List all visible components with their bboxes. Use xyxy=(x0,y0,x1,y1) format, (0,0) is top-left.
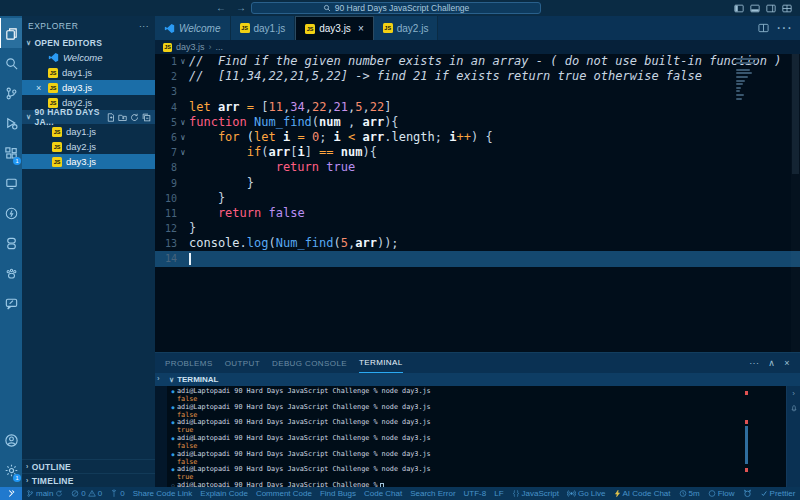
go-live[interactable]: Go Live xyxy=(563,487,610,500)
tab-welcome[interactable]: Welcome xyxy=(155,16,231,40)
explain-code[interactable]: Explain Code xyxy=(196,487,252,500)
chevron-right-icon[interactable]: › xyxy=(792,389,795,398)
ai-code-chat[interactable]: AI Code Chat xyxy=(610,487,675,500)
sidebar-more-icon[interactable]: ··· xyxy=(139,21,149,31)
search-sidebar-icon[interactable] xyxy=(0,48,22,78)
minimap[interactable] xyxy=(736,58,762,128)
code-line: 14 xyxy=(155,251,800,266)
line-number: 6 xyxy=(155,130,177,145)
open-editor-item[interactable]: Welcome xyxy=(22,50,155,65)
split-editor-icon[interactable] xyxy=(758,23,769,33)
thunder-client-icon[interactable] xyxy=(0,198,22,228)
pet[interactable] xyxy=(739,487,756,500)
flow[interactable]: Flow xyxy=(704,487,739,500)
panel-tab-terminal[interactable]: TERMINAL xyxy=(359,353,403,373)
panel-tab-output[interactable]: OUTPUT xyxy=(225,353,260,373)
chat-comment-icon[interactable] xyxy=(0,288,22,318)
encoding[interactable]: UTF-8 xyxy=(460,487,491,500)
close-icon[interactable]: × xyxy=(36,83,44,93)
timeline-section[interactable]: › TIMELINE xyxy=(22,473,155,487)
problems[interactable]: 00 xyxy=(67,487,106,500)
fold-chevron-icon[interactable]: ∨ xyxy=(177,54,189,69)
tab-day1-js[interactable]: JSday1.js xyxy=(231,16,296,40)
line-number: 10 xyxy=(155,191,177,206)
search-error[interactable]: Search Error xyxy=(406,487,459,500)
tab-day3-js[interactable]: JSday3.js× xyxy=(295,16,374,40)
open-editor-item[interactable]: ×JSday3.js xyxy=(22,80,155,95)
code-text: // Find if the given number exists in an… xyxy=(189,54,800,69)
prettier[interactable]: Prettier xyxy=(756,487,800,500)
outline-section[interactable]: › OUTLINE xyxy=(22,459,155,473)
js-file-icon: JS xyxy=(383,23,393,33)
open-editors-label: OPEN EDITORS xyxy=(34,38,102,48)
source-control-icon[interactable] xyxy=(0,78,22,108)
panel-tab-debug-console[interactable]: DEBUG CONSOLE xyxy=(272,353,347,373)
panel-tab-problems[interactable]: PROBLEMS xyxy=(165,353,213,373)
broadcast-icon xyxy=(567,489,576,498)
js-file-icon: JS xyxy=(52,142,62,152)
share-code-link[interactable]: Share Code Link xyxy=(129,487,197,500)
account-icon[interactable] xyxy=(0,425,22,455)
breadcrumb[interactable]: JS day3.js › ... xyxy=(155,40,800,54)
panel-more-icon[interactable]: ··· xyxy=(749,358,759,368)
search-icon xyxy=(323,4,331,12)
breadcrumb-file[interactable]: day3.js xyxy=(176,42,205,52)
toggle-sidebar-icon[interactable] xyxy=(734,4,744,13)
breadcrumb-separator: › xyxy=(209,42,212,52)
chevron-right-icon: › xyxy=(26,463,29,470)
command-center-search[interactable]: 90 Hard Days JavaScript Challenge xyxy=(251,2,541,14)
fold-chevron-icon[interactable]: ∨ xyxy=(177,130,189,145)
status-label: Share Code Link xyxy=(133,489,193,498)
language-mode[interactable]: JavaScript xyxy=(508,487,563,500)
ports[interactable]: 0 xyxy=(106,487,128,500)
editor-scrollbar[interactable] xyxy=(791,54,800,352)
terminal-header[interactable]: › ∨ TERMINAL xyxy=(155,373,800,386)
terminal-output[interactable]: ●adi@Laptopadi 90 Hard Days JavaScript C… xyxy=(167,386,786,487)
open-editors-header[interactable]: ∨ OPEN EDITORS xyxy=(22,36,155,50)
python-icon[interactable] xyxy=(0,228,22,258)
tab-day2-js[interactable]: JSday2.js xyxy=(374,16,439,40)
tree-item[interactable]: JSday3.js xyxy=(22,154,155,169)
comment-code[interactable]: Comment Code xyxy=(252,487,316,500)
remote-explorer-icon[interactable] xyxy=(0,168,22,198)
run-debug-icon[interactable] xyxy=(0,108,22,138)
toggle-secondary-sidebar-icon[interactable] xyxy=(766,4,776,13)
settings-gear-icon[interactable]: 1 xyxy=(0,455,22,485)
fold-chevron-icon[interactable]: ∨ xyxy=(177,145,189,160)
customize-layout-icon[interactable] xyxy=(782,4,792,13)
forward-arrow-icon[interactable]: → xyxy=(236,3,246,13)
timer-5m[interactable]: 5m xyxy=(675,487,704,500)
explorer-icon[interactable] xyxy=(0,18,22,48)
close-icon[interactable]: × xyxy=(358,23,364,34)
code-chat[interactable]: Code Chat xyxy=(360,487,406,500)
panel-chevron-icon[interactable]: › xyxy=(157,374,160,383)
terminal-scrollbar[interactable] xyxy=(744,386,748,487)
fold-chevron-icon[interactable]: ∨ xyxy=(177,115,189,130)
remote-indicator[interactable] xyxy=(0,487,22,500)
code-text: for (let i = 0; i < arr.length; i++) { xyxy=(189,130,800,145)
open-editor-item[interactable]: JSday1.js xyxy=(22,65,155,80)
tab-more-icon[interactable]: ··· xyxy=(776,19,792,37)
bell-icon[interactable] xyxy=(790,404,798,412)
close-panel-icon[interactable]: × xyxy=(784,358,790,368)
find-bugs[interactable]: Find Bugs xyxy=(316,487,360,500)
collapse-all-icon[interactable] xyxy=(142,113,151,122)
code-text: // [11,34,22,21,5,22] -> find 21 if exis… xyxy=(189,69,800,84)
refresh-icon[interactable] xyxy=(130,113,139,122)
maximize-panel-icon[interactable]: ∧ xyxy=(768,358,775,368)
git-branch[interactable]: main xyxy=(22,487,67,500)
new-file-icon[interactable] xyxy=(106,113,115,122)
folder-section-header[interactable]: ∨ 90 HARD DAYS JA... xyxy=(22,110,155,124)
tree-item[interactable]: JSday1.js xyxy=(22,124,155,139)
terminal-line: ●adi@Laptopadi 90 Hard Days JavaScript C… xyxy=(169,404,786,412)
new-folder-icon[interactable] xyxy=(118,113,127,122)
toggle-panel-icon[interactable] xyxy=(750,4,760,13)
pets-paw-icon[interactable] xyxy=(0,258,22,288)
settings-badge: 1 xyxy=(13,474,21,482)
eol[interactable]: LF xyxy=(490,487,507,500)
tree-item[interactable]: JSday2.js xyxy=(22,139,155,154)
code-editor[interactable]: 1∨// Find if the given number exists in … xyxy=(155,54,800,352)
extensions-icon[interactable]: 1 xyxy=(0,138,22,168)
back-arrow-icon[interactable]: ← xyxy=(216,3,226,13)
breadcrumb-more[interactable]: ... xyxy=(216,42,224,52)
